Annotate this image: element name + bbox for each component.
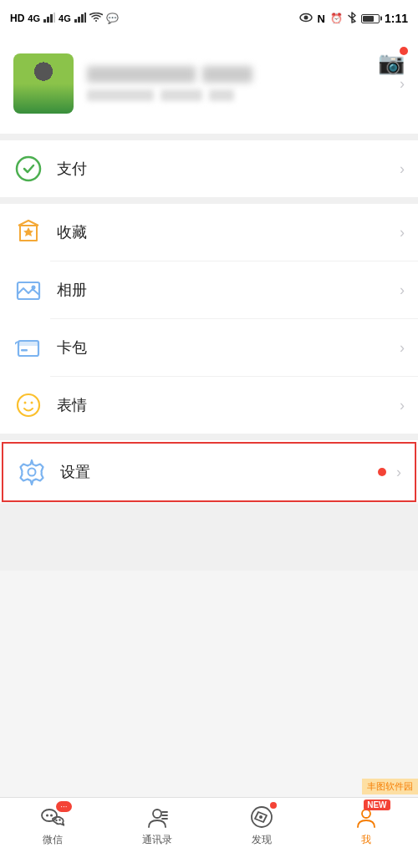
signal-4g2: 4G xyxy=(59,13,71,23)
svg-rect-0 xyxy=(43,19,46,23)
svg-rect-3 xyxy=(54,13,55,23)
status-right: N ⏰ 1:11 xyxy=(299,12,408,26)
svg-point-30 xyxy=(259,815,263,819)
svg-point-16 xyxy=(24,402,27,404)
svg-point-24 xyxy=(153,810,161,818)
discover-dot xyxy=(270,802,277,809)
payment-label: 支付 xyxy=(57,159,400,179)
menu-item-payment[interactable]: 支付 › xyxy=(0,140,418,197)
nav-item-discover[interactable]: 发现 xyxy=(209,805,314,847)
network-label: HD xyxy=(10,13,24,24)
message-icon: 💬 xyxy=(106,13,119,24)
bluetooth-icon xyxy=(348,12,356,26)
watermark: 丰图软件园 xyxy=(362,779,418,794)
time-display: 1:11 xyxy=(385,12,408,25)
svg-point-19 xyxy=(42,810,57,821)
svg-point-9 xyxy=(303,15,308,19)
svg-point-15 xyxy=(18,394,39,416)
album-icon xyxy=(13,275,43,305)
settings-icon xyxy=(17,457,47,487)
section-divider-1 xyxy=(0,134,418,140)
signal-bars xyxy=(43,13,55,25)
bottom-nav: ··· 微信 通讯录 发现 xyxy=(0,797,418,868)
content-spacer xyxy=(0,504,418,571)
card-chevron: › xyxy=(400,339,405,357)
me-nav-icon: NEW xyxy=(354,805,379,830)
wifi-icon xyxy=(89,13,103,25)
contacts-nav-label: 通讯录 xyxy=(142,833,172,847)
avatar xyxy=(13,53,74,114)
collection-label: 收藏 xyxy=(57,222,400,242)
nav-item-wechat[interactable]: ··· 微信 xyxy=(0,805,104,847)
svg-rect-5 xyxy=(78,17,80,23)
svg-rect-6 xyxy=(81,14,84,23)
menu-section: 支付 › 收藏 › 相册 › xyxy=(0,140,418,502)
svg-rect-1 xyxy=(47,17,49,23)
svg-rect-4 xyxy=(74,19,77,23)
collection-icon xyxy=(13,217,43,247)
svg-point-20 xyxy=(46,815,48,817)
camera-button[interactable]: 📷 xyxy=(378,50,405,76)
me-new-badge: NEW xyxy=(364,799,390,810)
card-label: 卡包 xyxy=(57,338,400,358)
svg-point-10 xyxy=(17,157,40,180)
wechat-nav-icon: ··· xyxy=(40,805,65,830)
svg-rect-14 xyxy=(21,349,28,352)
menu-item-settings[interactable]: 设置 › xyxy=(2,442,416,502)
me-nav-label: 我 xyxy=(361,833,371,847)
svg-point-17 xyxy=(31,402,33,404)
svg-point-31 xyxy=(362,810,370,818)
svg-rect-7 xyxy=(84,13,86,23)
svg-point-18 xyxy=(28,469,36,476)
card-icon xyxy=(13,332,43,363)
profile-info xyxy=(87,66,386,101)
svg-point-21 xyxy=(50,815,53,817)
profile-chevron: › xyxy=(400,75,405,93)
nav-item-contacts[interactable]: 通讯录 xyxy=(104,805,209,847)
album-label: 相册 xyxy=(57,280,400,300)
discover-nav-label: 发现 xyxy=(252,833,272,847)
contacts-nav-icon xyxy=(145,805,170,830)
camera-dot xyxy=(400,47,408,55)
svg-rect-2 xyxy=(50,14,53,23)
menu-item-emoji[interactable]: 表情 › xyxy=(0,377,418,434)
svg-point-22 xyxy=(55,820,57,821)
section-divider-2 xyxy=(0,197,418,204)
emoji-label: 表情 xyxy=(57,395,400,415)
settings-label: 设置 xyxy=(60,462,378,482)
nfc-icon: N xyxy=(318,13,325,25)
emoji-icon xyxy=(13,390,43,420)
settings-chevron: › xyxy=(396,464,401,481)
svg-point-12 xyxy=(32,286,36,290)
profile-area[interactable]: › 📷 xyxy=(0,37,418,134)
svg-point-23 xyxy=(59,819,60,820)
battery-indicator xyxy=(361,14,380,23)
payment-chevron: › xyxy=(400,160,405,178)
settings-dot xyxy=(378,468,386,476)
signal-bars2 xyxy=(74,13,86,25)
eye-icon xyxy=(299,13,313,25)
status-bar: HD 4G 4G xyxy=(0,0,418,37)
payment-icon xyxy=(13,154,43,184)
wechat-nav-label: 微信 xyxy=(43,833,63,847)
discover-nav-icon xyxy=(249,805,274,830)
emoji-chevron: › xyxy=(400,397,405,414)
alarm-icon: ⏰ xyxy=(330,13,343,24)
menu-item-collection[interactable]: 收藏 › xyxy=(0,204,418,261)
status-left: HD 4G 4G xyxy=(10,13,119,25)
menu-item-card[interactable]: 卡包 › xyxy=(0,319,418,376)
menu-item-album[interactable]: 相册 › xyxy=(0,261,418,318)
collection-chevron: › xyxy=(400,224,405,241)
wechat-badge: ··· xyxy=(56,801,71,812)
section-divider-3 xyxy=(0,434,418,440)
album-chevron: › xyxy=(400,282,405,299)
signal-4g1: 4G xyxy=(28,13,40,23)
nav-item-me[interactable]: NEW 我 xyxy=(314,805,418,847)
